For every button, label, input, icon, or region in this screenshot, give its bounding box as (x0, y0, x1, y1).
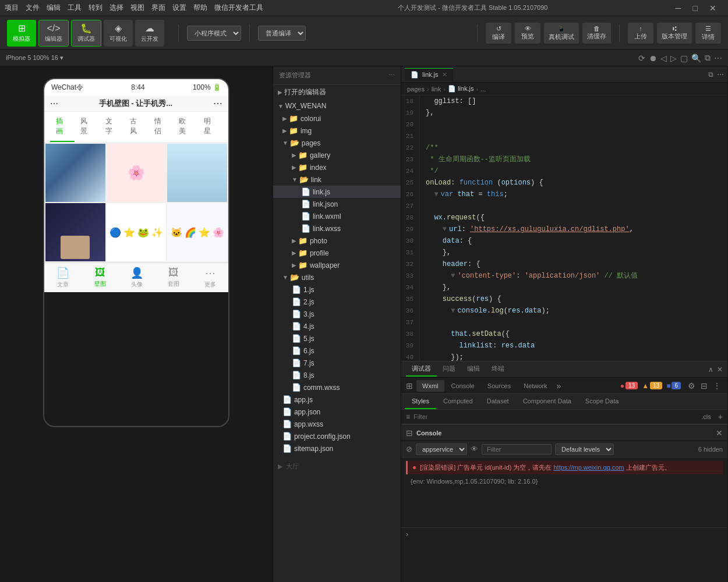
section-open-editors[interactable]: ▶ 打开的编辑器 (273, 85, 401, 100)
image-cell-4[interactable] (45, 203, 105, 261)
section-wx-wenan[interactable]: ▼ WX_WENAN (273, 100, 401, 112)
console-toggle-icon[interactable]: ⊟ (406, 428, 413, 438)
file-link-wxml[interactable]: 📄 link.wxml (273, 210, 401, 222)
file-1js[interactable]: 📄 1.js (273, 283, 401, 296)
clear-cache-button[interactable]: 🗑 清缓存 (582, 23, 611, 44)
styles-tab-dataset[interactable]: Dataset (480, 394, 516, 409)
folder-link[interactable]: ▼ 📂 link (273, 173, 401, 186)
wxml-filter-icon[interactable]: ⊞ (406, 381, 413, 391)
tab-star[interactable]: 明星 (198, 112, 222, 142)
tab-scene[interactable]: 风景 (75, 112, 99, 142)
nav-more[interactable]: ⋯ 更多 (204, 267, 216, 289)
devtools-tab-debugger[interactable]: 调试器 (406, 362, 437, 377)
split-icon[interactable]: ⧉ (705, 53, 711, 63)
close-button[interactable]: ✕ (709, 3, 716, 13)
devtools-tab-edit[interactable]: 编辑 (461, 362, 486, 377)
folder-pages[interactable]: ▼ 📂 pages (273, 137, 401, 149)
menu-item-select[interactable]: 选择 (109, 3, 123, 13)
back-icon[interactable]: ◁ (660, 54, 667, 63)
close-panel-icon[interactable]: ✕ (717, 365, 723, 374)
detail-button[interactable]: ☰ 详情 (695, 23, 721, 44)
tab-couple[interactable]: 情侣 (149, 112, 173, 142)
cloud-button[interactable]: ☁ 云开发 (135, 20, 164, 47)
folder-gallery[interactable]: ▶ 📁 gallery (273, 149, 401, 161)
levels-select[interactable]: Default levels (555, 443, 614, 455)
folder-img[interactable]: ▶ 📁 img (273, 125, 401, 137)
rotate-icon[interactable]: ⟳ (638, 54, 645, 63)
editor-more-icon[interactable]: ⋯ (717, 70, 724, 79)
tab-illust[interactable]: 插画 (50, 112, 75, 142)
image-cell-5[interactable]: 🔵⭐ 🐸✨ (107, 203, 167, 261)
tab-text[interactable]: 文字 (100, 112, 124, 142)
folder-index[interactable]: ▶ 📁 index (273, 161, 401, 173)
compile-select[interactable]: 普通编译 (258, 26, 306, 41)
folder-profile[interactable]: ▶ 📁 profile (273, 247, 401, 259)
real-debug-button[interactable]: 📱 真机调试 (544, 23, 579, 44)
tab-ancient[interactable]: 古风 (124, 112, 149, 142)
menu-item-settings[interactable]: 设置 (172, 3, 186, 13)
forward-icon[interactable]: ▷ (670, 54, 677, 63)
no-entry-icon[interactable]: ⊘ (406, 445, 412, 453)
file-tree-more[interactable]: ⋯ (388, 72, 395, 79)
console-filter-input[interactable] (482, 444, 552, 455)
subtab-wxml[interactable]: Wxml (416, 380, 444, 392)
file-link-js[interactable]: 📄 link.js (273, 186, 401, 198)
nav-avatar[interactable]: 👤 头像 (130, 267, 143, 289)
styles-tab-computed[interactable]: Computed (436, 394, 480, 409)
folder-photo[interactable]: ▶ 📁 photo (273, 235, 401, 247)
file-7js[interactable]: 📄 7.js (273, 357, 401, 369)
minimize-button[interactable]: ─ (676, 3, 681, 13)
subtab-console[interactable]: Console (446, 380, 480, 392)
menu-item-goto[interactable]: 转到 (89, 3, 103, 13)
mode-select[interactable]: 小程序模式 (187, 26, 241, 41)
image-cell-2[interactable]: 🌸 (107, 144, 167, 202)
nav-article[interactable]: 📄 文章 (56, 267, 69, 289)
upload-button[interactable]: ↑ 上传 (628, 23, 653, 44)
menu-item-tools[interactable]: 工具 (68, 3, 82, 13)
settings-icon[interactable]: ⚙ (686, 381, 697, 391)
file-appjs[interactable]: 📄 app.js (273, 393, 401, 406)
tab-western[interactable]: 欧美 (173, 112, 197, 142)
file-comm-wxss[interactable]: 📄 comm.wxss (273, 381, 401, 393)
record-icon[interactable]: ⏺ (649, 54, 657, 63)
file-appwxss[interactable]: 📄 app.wxss (273, 418, 401, 430)
menu-item-wechat[interactable]: 微信开发者工具 (214, 3, 263, 13)
compile-action-button[interactable]: ↺ 编译 (486, 23, 511, 44)
styles-filter-input[interactable] (414, 413, 694, 420)
file-5js[interactable]: 📄 5.js (273, 332, 401, 345)
preview-button[interactable]: 👁 预览 (515, 23, 540, 44)
debug-button[interactable]: 🐛 调试器 (71, 20, 101, 47)
file-appjson[interactable]: 📄 app.json (273, 406, 401, 418)
cls-button[interactable]: .cls (698, 412, 715, 421)
console-eye-icon[interactable]: 👁 (471, 445, 478, 453)
visual-button[interactable]: ◈ 可视化 (104, 20, 133, 47)
nav-gallery[interactable]: 🖼 套图 (168, 267, 179, 289)
styles-tab-scope[interactable]: Scope Data (578, 394, 625, 409)
editor-button[interactable]: </> 编辑器 (38, 20, 69, 47)
split-editor-icon[interactable]: ⧉ (708, 70, 713, 79)
more-icon[interactable]: ⋯ (714, 54, 722, 63)
code-editor[interactable]: 18 gglist: [] 19 }, 20 21 22 /** (401, 95, 727, 361)
file-link-wxss[interactable]: 📄 link.wxss (273, 222, 401, 235)
chevron-up-icon[interactable]: ∧ (708, 365, 713, 374)
file-4js[interactable]: 📄 4.js (273, 320, 401, 332)
console-input[interactable] (412, 531, 723, 538)
more-options-icon[interactable]: ⋮ (711, 381, 723, 391)
editor-tab-linkjs[interactable]: 📄 link.js ✕ (405, 68, 453, 81)
folder-wallpaper[interactable]: ▶ 📁 wallpaper (273, 259, 401, 271)
menu-item-view[interactable]: 视图 (130, 3, 144, 13)
styles-tab-component[interactable]: Component Data (516, 394, 578, 409)
footer-section[interactable]: ▶ 大厅 (273, 460, 401, 472)
error-link[interactable]: https://mp.weixin.qq.com (553, 464, 624, 471)
file-2js[interactable]: 📄 2.js (273, 296, 401, 308)
file-sitemap[interactable]: 📄 sitemap.json (273, 442, 401, 455)
file-8js[interactable]: 📄 8.js (273, 369, 401, 381)
subtab-sources[interactable]: Sources (482, 380, 517, 392)
phone-more-icon[interactable]: ⋯ (213, 98, 222, 109)
add-style-icon[interactable]: + (718, 412, 723, 421)
styles-tab-styles[interactable]: Styles (405, 394, 436, 409)
image-cell-3[interactable] (167, 144, 227, 202)
sidebar-toggle-icon[interactable]: ⊟ (699, 381, 709, 391)
appservice-select[interactable]: appservice (416, 443, 467, 455)
file-6js[interactable]: 📄 6.js (273, 345, 401, 357)
